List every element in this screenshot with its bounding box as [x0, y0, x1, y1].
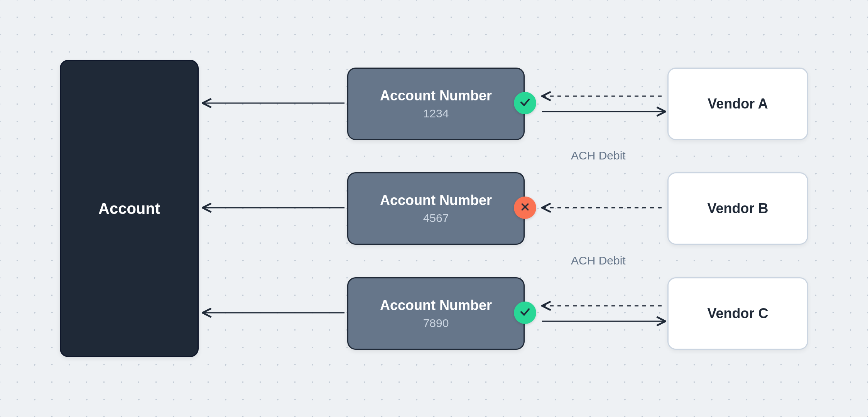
account-number-title: Account Number — [380, 297, 492, 314]
vendor-node-a: Vendor A — [667, 68, 808, 140]
account-node: Account — [60, 60, 199, 357]
account-label: Account — [98, 200, 160, 217]
account-number-value: 1234 — [423, 107, 449, 120]
account-number-value: 4567 — [423, 212, 449, 225]
status-badge-approved — [514, 302, 536, 324]
vendor-label: Vendor A — [708, 96, 768, 112]
vendor-node-c: Vendor C — [667, 277, 808, 350]
close-icon — [520, 202, 530, 214]
link-label-ach-debit: ACH Debit — [571, 254, 626, 267]
status-badge-rejected — [514, 197, 536, 219]
account-number-node-3: Account Number 7890 — [347, 277, 525, 350]
account-number-node-1: Account Number 1234 — [347, 68, 525, 140]
vendor-label: Vendor B — [707, 200, 768, 217]
account-number-title: Account Number — [380, 192, 492, 208]
link-label-ach-debit: ACH Debit — [571, 149, 626, 162]
status-badge-approved — [514, 92, 536, 114]
diagram-canvas: Account Account Number 1234 Account Numb… — [0, 0, 868, 417]
vendor-node-b: Vendor B — [667, 172, 808, 245]
account-number-value: 7890 — [423, 317, 449, 330]
check-icon — [519, 97, 531, 110]
account-number-node-2: Account Number 4567 — [347, 172, 525, 245]
account-number-title: Account Number — [380, 88, 492, 104]
check-icon — [519, 306, 531, 319]
vendor-label: Vendor C — [707, 305, 768, 322]
